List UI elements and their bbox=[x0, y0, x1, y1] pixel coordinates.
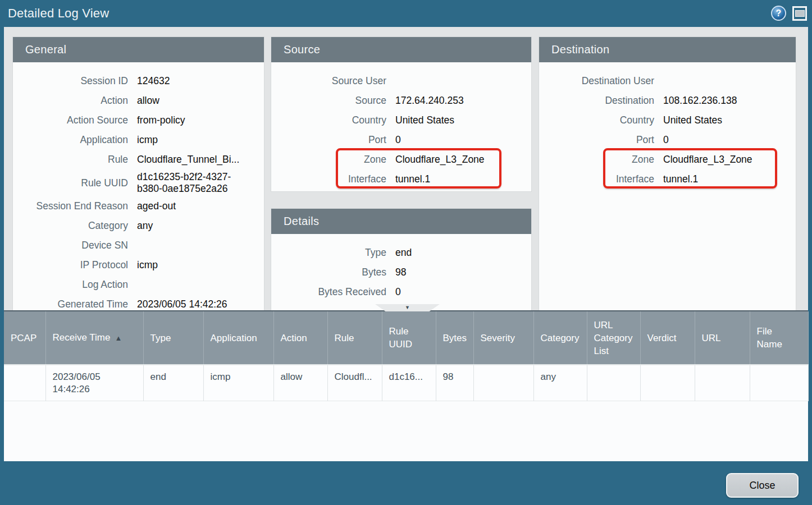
field-value: d1c16235-b2f2-4327-b380-0ae1875e2a26 bbox=[137, 171, 244, 195]
log-cell-bytes: 98 bbox=[436, 365, 473, 401]
field-row: IP Protocolicmp bbox=[13, 255, 254, 275]
panel-source: Source Source UserSource172.64.240.253Co… bbox=[271, 37, 531, 191]
column-header-label: Rule bbox=[335, 333, 354, 343]
window-icon[interactable] bbox=[792, 6, 807, 21]
field-label: Rule bbox=[13, 154, 128, 166]
field-value: from-policy bbox=[137, 114, 244, 126]
window-icon-inner bbox=[795, 10, 805, 17]
zone-interface-highlight: ZoneCloudflare_L3_ZoneInterfacetunnel.1 bbox=[271, 150, 521, 189]
close-button[interactable]: Close bbox=[726, 473, 799, 498]
field-value: United States bbox=[663, 114, 786, 126]
field-label: Source bbox=[271, 95, 386, 107]
field-value: 124632 bbox=[137, 75, 244, 87]
field-label: Application bbox=[13, 134, 128, 146]
field-value: tunnel.1 bbox=[663, 173, 786, 185]
field-value: 0 bbox=[663, 134, 786, 146]
column-header-pcap[interactable]: PCAP bbox=[4, 311, 45, 365]
field-value: tunnel.1 bbox=[395, 173, 521, 185]
column-header-label: Application bbox=[211, 333, 257, 343]
field-row: Destination User bbox=[539, 71, 786, 91]
column-header-receive-time[interactable]: Receive Time▲ bbox=[45, 311, 143, 365]
column-header-label: Action bbox=[281, 333, 307, 343]
field-label: Device SN bbox=[13, 240, 128, 251]
column-header-application[interactable]: Application bbox=[203, 311, 273, 365]
field-value: Cloudflare_L3_Zone bbox=[663, 154, 786, 166]
field-row: Session ID124632 bbox=[13, 71, 254, 91]
log-cell-receive-time: 2023/06/05 14:42:26 bbox=[45, 365, 143, 401]
field-value: Cloudflare_L3_Zone bbox=[395, 154, 521, 166]
column-header-url-category-list[interactable]: URL Category List bbox=[587, 311, 640, 365]
column-header-severity[interactable]: Severity bbox=[473, 311, 533, 365]
field-label: Action Source bbox=[13, 114, 128, 126]
column-header-label: Category bbox=[541, 333, 580, 343]
field-value: 108.162.236.138 bbox=[663, 95, 786, 107]
field-row: Log Action bbox=[13, 275, 254, 295]
log-row[interactable]: 2023/06/05 14:42:26endicmpallowCloudfl..… bbox=[4, 365, 808, 401]
panel-source-header: Source bbox=[271, 37, 531, 62]
field-row: Source172.64.240.253 bbox=[271, 91, 521, 111]
column-header-rule-uuid[interactable]: Rule UUID bbox=[382, 311, 436, 365]
field-row: Device SN bbox=[13, 236, 254, 255]
log-cell-application: icmp bbox=[203, 365, 273, 401]
field-row: CountryUnited States bbox=[539, 111, 786, 130]
log-cell-url-category-list bbox=[587, 365, 640, 401]
field-label: Rule UUID bbox=[13, 177, 128, 189]
sort-asc-icon: ▲ bbox=[115, 334, 122, 342]
field-value: 0 bbox=[395, 134, 521, 146]
panel-general-body: Session ID124632ActionallowAction Source… bbox=[13, 62, 264, 310]
field-row: Interfacetunnel.1 bbox=[539, 169, 786, 189]
field-value: allow bbox=[137, 95, 244, 107]
log-table: PCAPReceive Time▲TypeApplicationActionRu… bbox=[4, 311, 809, 401]
field-label: Port bbox=[271, 134, 386, 146]
log-cell-rule-uuid: d1c16... bbox=[382, 365, 436, 401]
column-header-action[interactable]: Action bbox=[273, 311, 327, 365]
field-row: Port0 bbox=[539, 130, 786, 150]
field-label: Zone bbox=[271, 154, 386, 166]
column-header-verdict[interactable]: Verdict bbox=[640, 311, 695, 365]
field-value: Cloudflare_Tunnel_Bi... bbox=[137, 154, 244, 166]
field-row: Interfacetunnel.1 bbox=[271, 169, 521, 189]
field-row: ZoneCloudflare_L3_Zone bbox=[539, 150, 786, 169]
field-label: Destination bbox=[539, 95, 654, 107]
column-header-file-name[interactable]: File Name bbox=[750, 311, 808, 365]
field-value: end bbox=[395, 247, 521, 259]
column-header-bytes[interactable]: Bytes bbox=[436, 311, 473, 365]
field-value: icmp bbox=[137, 259, 244, 271]
field-row: Port0 bbox=[271, 130, 521, 150]
field-row: Actionallow bbox=[13, 91, 254, 111]
field-value: 98 bbox=[395, 267, 521, 278]
log-cell-pcap bbox=[4, 365, 45, 401]
field-row: CountryUnited States bbox=[271, 111, 521, 130]
field-row: Typeend bbox=[271, 243, 521, 263]
panel-destination: Destination Destination UserDestination1… bbox=[539, 37, 796, 310]
splitter-handle[interactable]: ▼ bbox=[375, 304, 440, 311]
field-row: Generated Time2023/06/05 14:42:26 bbox=[13, 295, 254, 310]
log-cell-file-name bbox=[750, 365, 808, 401]
log-cell-type: end bbox=[143, 365, 203, 401]
field-row: Source User bbox=[271, 71, 521, 91]
field-label: Interface bbox=[539, 173, 654, 185]
field-label: Source User bbox=[271, 75, 386, 87]
field-row: Bytes Received0 bbox=[271, 282, 521, 302]
column-header-category[interactable]: Category bbox=[533, 311, 587, 365]
panel-details: Details TypeendBytes98Bytes Received0 bbox=[271, 209, 531, 310]
column-header-type[interactable]: Type bbox=[143, 311, 203, 365]
field-label: Country bbox=[271, 114, 386, 126]
log-cell-url bbox=[695, 365, 750, 401]
field-row: Applicationicmp bbox=[13, 130, 254, 150]
field-value: aged-out bbox=[137, 200, 244, 212]
field-row: Bytes98 bbox=[271, 263, 521, 282]
column-header-url[interactable]: URL bbox=[695, 311, 750, 365]
field-label: Zone bbox=[539, 154, 654, 166]
help-icon[interactable]: ? bbox=[771, 6, 786, 21]
chevron-down-icon: ▼ bbox=[405, 305, 410, 310]
field-label: Interface bbox=[271, 173, 386, 185]
field-row: Destination108.162.236.138 bbox=[539, 91, 786, 111]
field-label: Session End Reason bbox=[13, 200, 128, 212]
column-header-label: Receive Time bbox=[53, 332, 111, 343]
bottom-bar: Close bbox=[0, 461, 812, 505]
column-header-rule[interactable]: Rule bbox=[327, 311, 382, 365]
column-header-label: Severity bbox=[481, 333, 515, 343]
panel-destination-header: Destination bbox=[539, 37, 796, 62]
log-cell-rule: Cloudfl... bbox=[327, 365, 382, 401]
